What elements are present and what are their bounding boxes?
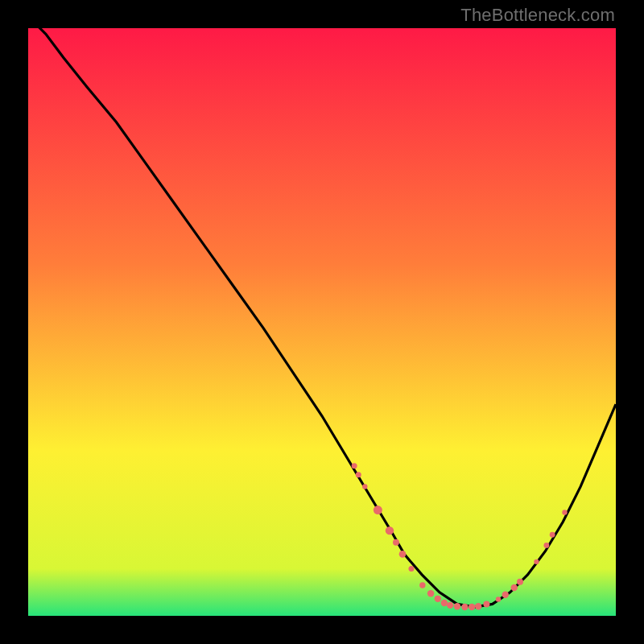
curve-marker xyxy=(483,601,489,607)
curve-marker xyxy=(475,603,481,609)
curve-marker xyxy=(543,543,549,548)
curve-marker xyxy=(461,604,468,610)
curve-marker xyxy=(496,597,501,601)
curve-marker xyxy=(447,602,453,609)
chart-container: TheBottleneck.com xyxy=(0,0,644,644)
watermark-text: TheBottleneck.com xyxy=(460,5,615,26)
curve-marker xyxy=(393,539,399,546)
curve-marker xyxy=(427,590,434,597)
curve-marker xyxy=(550,532,555,538)
curve-marker xyxy=(356,472,361,477)
curve-marker xyxy=(517,579,523,585)
curve-marker xyxy=(534,559,539,564)
curve-marker xyxy=(502,592,509,598)
gradient-background xyxy=(28,28,616,616)
curve-marker xyxy=(511,584,518,591)
curve-marker xyxy=(435,596,441,602)
curve-marker xyxy=(362,484,367,489)
curve-marker xyxy=(374,506,382,514)
curve-marker xyxy=(386,526,394,535)
plot-area xyxy=(28,28,616,616)
curve-marker xyxy=(399,551,407,558)
curve-marker xyxy=(454,603,460,609)
curve-marker xyxy=(562,510,567,514)
chart-svg xyxy=(28,28,616,616)
curve-marker xyxy=(408,566,414,572)
curve-marker xyxy=(441,600,448,606)
curve-marker xyxy=(352,463,357,469)
curve-marker xyxy=(469,604,475,610)
curve-marker xyxy=(419,582,425,588)
